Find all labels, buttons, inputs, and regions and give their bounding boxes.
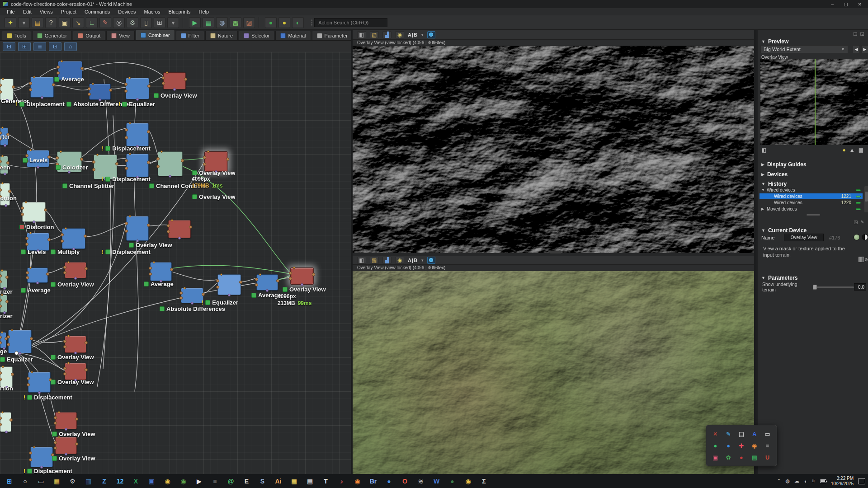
new-world-caret[interactable]: ▾ (18, 17, 30, 28)
app-icon-green-circle[interactable]: ◉ (176, 475, 191, 488)
history-resize-grip[interactable] (807, 214, 820, 216)
graph-node[interactable] (22, 202, 46, 222)
toolbar-separator[interactable] (259, 17, 261, 28)
graph-node[interactable] (0, 79, 14, 100)
top-port[interactable] (1, 411, 4, 413)
visibility-icon[interactable]: ◉ (395, 31, 404, 38)
current-device-header[interactable]: ▼Current Device (761, 227, 807, 234)
illustrator-icon[interactable]: Ai (271, 475, 286, 488)
top-port[interactable] (29, 149, 32, 151)
output-port[interactable] (8, 190, 11, 193)
profile-chart-icon[interactable]: ▟ (382, 257, 392, 264)
device-tab[interactable]: Material (275, 31, 311, 40)
globe-icon[interactable]: ◍ (216, 17, 228, 28)
firefox-icon[interactable]: ◉ (350, 475, 365, 488)
prev-extent-button[interactable]: ◀ (853, 45, 860, 53)
input-port[interactable] (156, 157, 160, 160)
pin-icon[interactable]: ● (843, 147, 846, 153)
input-port[interactable] (125, 136, 128, 139)
action-search-input[interactable]: Action Search (Ctrl+Q) (314, 18, 387, 27)
input-port[interactable] (0, 341, 2, 344)
top-port[interactable] (171, 219, 173, 221)
input-port[interactable] (21, 213, 24, 216)
output-port[interactable] (5, 300, 9, 303)
notification-center-icon[interactable] (858, 478, 865, 484)
parameters-header[interactable]: ▼Parameters (761, 275, 797, 281)
input-port[interactable] (124, 83, 127, 86)
output-port[interactable] (12, 85, 15, 89)
search-icon[interactable]: ○ (18, 475, 33, 488)
output-port[interactable] (47, 238, 51, 241)
output-port[interactable] (75, 418, 78, 421)
calendar-icon[interactable]: 12 (113, 475, 127, 488)
panel-expand-icon[interactable]: ◲ (860, 31, 864, 36)
input-port[interactable] (63, 345, 66, 348)
input-port[interactable] (88, 87, 91, 90)
menu-item[interactable]: Commands (80, 9, 114, 14)
graph-node[interactable] (0, 332, 6, 348)
output-port[interactable] (75, 442, 78, 446)
top-port[interactable] (259, 273, 261, 276)
file-explorer-icon[interactable]: ▦ (49, 475, 64, 488)
graph-node[interactable] (30, 77, 54, 98)
input-port[interactable] (0, 160, 2, 163)
graph-layout-icon[interactable]: ⊟ (3, 42, 15, 51)
extent-dropdown[interactable]: Big World Extent▼ (760, 45, 848, 53)
devices-header[interactable]: ▶Devices (761, 171, 788, 178)
chrome-icon[interactable]: ◉ (160, 475, 175, 488)
app-icon-blue-dot[interactable]: ● (382, 475, 396, 488)
camera-sync-toggle[interactable] (427, 257, 435, 264)
taskbar-clock[interactable]: 3:22 PM10/26/2025 (831, 476, 854, 487)
app-icon-t[interactable]: T (318, 475, 333, 488)
input-port[interactable] (27, 377, 30, 380)
top-port[interactable] (166, 71, 168, 74)
menu-item[interactable]: Macros (140, 9, 164, 14)
panel-popout-icon[interactable]: ◳ (853, 31, 857, 36)
top-port[interactable] (67, 335, 70, 337)
graph-node[interactable] (55, 437, 77, 454)
history-row[interactable]: Wired devices 1221 (760, 193, 863, 199)
top-port[interactable] (67, 261, 70, 263)
music-icon[interactable]: ♪ (334, 475, 349, 488)
history-row[interactable]: Wired devices 1220 (760, 200, 863, 206)
input-port[interactable] (0, 299, 2, 302)
tray-drop-icon[interactable]: ● (724, 441, 732, 450)
mask-port[interactable] (4, 173, 6, 175)
battery-icon[interactable] (820, 479, 826, 483)
tray-app-icon[interactable]: ◍ (785, 478, 790, 484)
output-port[interactable] (276, 279, 279, 282)
graph-node[interactable] (181, 288, 203, 303)
brush-icon[interactable]: ✎ (99, 17, 111, 28)
input-port[interactable] (0, 305, 2, 308)
yellow-orb-icon[interactable]: ● (278, 17, 290, 28)
panel-popout-icon[interactable]: ◳ (854, 220, 858, 225)
top-port[interactable] (96, 154, 99, 156)
tray-pill-icon[interactable]: ▭ (764, 430, 772, 438)
graph-node[interactable] (168, 220, 191, 238)
parameter-grid-icon[interactable]: ▦⚙ (858, 255, 868, 263)
input-port[interactable] (149, 272, 152, 276)
input-port[interactable] (54, 446, 57, 450)
save-icon[interactable]: ▣ (59, 17, 71, 28)
texture-screen-icon[interactable]: ▩ (230, 17, 241, 28)
output-port[interactable] (147, 224, 150, 227)
graph-node[interactable] (126, 78, 149, 99)
folder-icon[interactable]: ▦ (287, 475, 302, 488)
mask-port[interactable] (33, 221, 35, 223)
top-port[interactable] (29, 232, 32, 234)
input-port[interactable] (27, 383, 30, 386)
output-port[interactable] (184, 78, 187, 81)
help-icon[interactable]: ? (45, 17, 57, 28)
top-port[interactable] (58, 411, 60, 413)
input-port[interactable] (162, 76, 165, 80)
mask-port[interactable] (178, 237, 181, 239)
input-port[interactable] (63, 372, 66, 375)
output-port[interactable] (189, 225, 192, 229)
mask-port[interactable] (4, 144, 6, 147)
tree-arrow-icon[interactable]: ▶ (761, 207, 765, 211)
output-port[interactable] (44, 208, 47, 211)
input-port[interactable] (63, 367, 66, 370)
excel-icon[interactable]: X (128, 475, 143, 488)
layout-icon[interactable]: ⊞ (154, 17, 165, 28)
output-port[interactable] (9, 418, 13, 422)
